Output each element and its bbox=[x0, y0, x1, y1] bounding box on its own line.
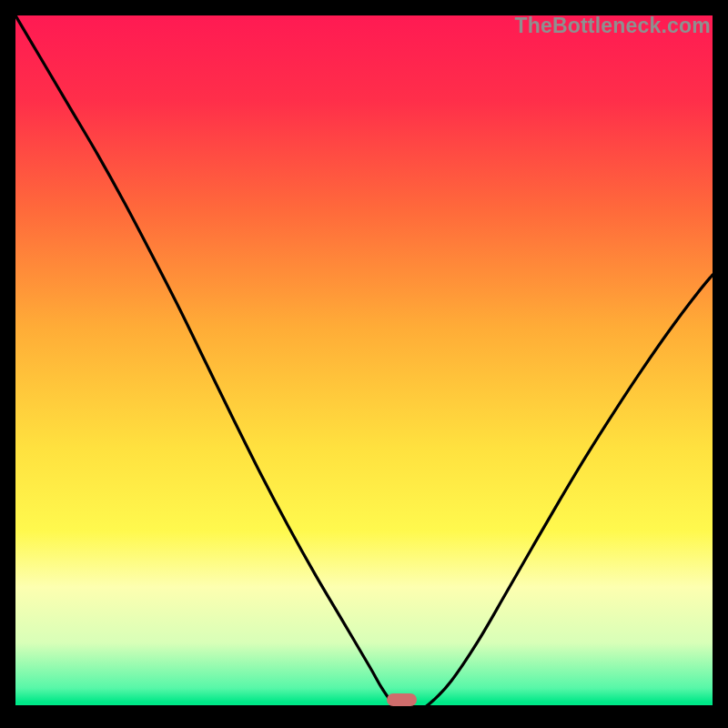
watermark-text: TheBottleneck.com bbox=[514, 14, 711, 38]
gradient-background bbox=[15, 15, 713, 713]
chart-frame: TheBottleneck.com bbox=[15, 15, 713, 713]
optimal-marker bbox=[387, 693, 417, 706]
baseline bbox=[15, 705, 713, 713]
bottleneck-plot bbox=[15, 15, 713, 713]
